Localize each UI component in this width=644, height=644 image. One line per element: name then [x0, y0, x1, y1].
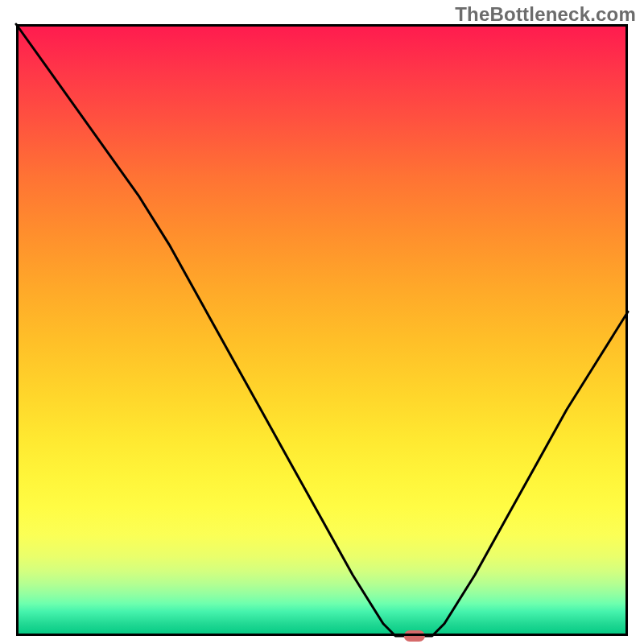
bottleneck-curve	[16, 24, 628, 636]
chart-container: TheBottleneck.com	[0, 0, 644, 644]
optimum-marker	[404, 630, 425, 642]
watermark-text: TheBottleneck.com	[455, 3, 636, 26]
plot-area	[16, 24, 628, 636]
curve-svg	[16, 24, 628, 636]
